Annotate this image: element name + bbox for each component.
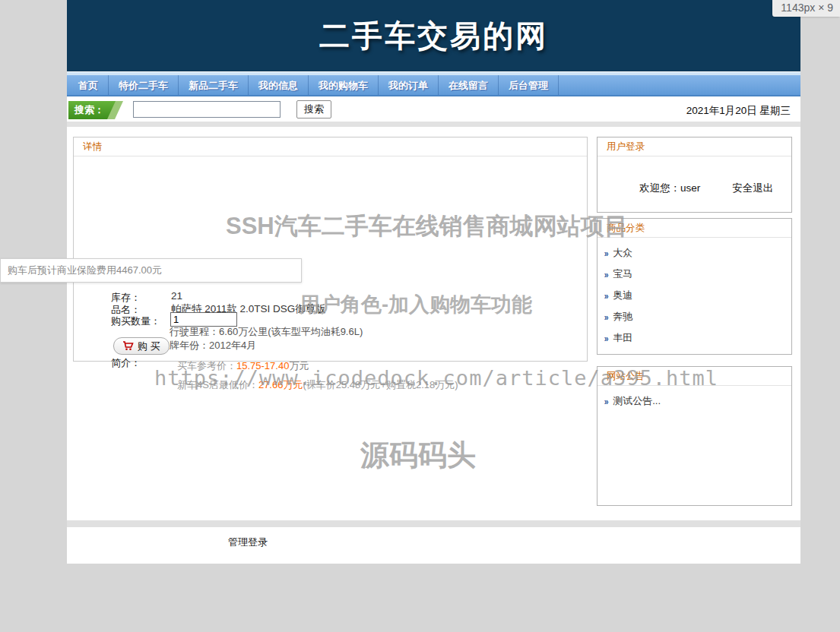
clipped-category-stub — [613, 354, 625, 355]
search-button[interactable]: 搜索 — [296, 100, 331, 118]
nav-item-new-used-cars[interactable]: 新品二手车 — [179, 75, 249, 95]
category-label: 丰田 — [613, 331, 632, 345]
nav-item-home[interactable]: 首页 — [68, 75, 109, 95]
category-label: 奥迪 — [613, 289, 632, 302]
user-login-title: 用户登录 — [598, 137, 791, 156]
main-content: 详情 品名： 帕萨特 2011款 2.0TSI DSG御尊版 行驶里程：6.60… — [67, 127, 800, 520]
reference-price-label: 买车参考价： — [177, 360, 236, 371]
search-bar: 搜索： 搜索 2021年1月20日 星期三 — [67, 99, 800, 122]
category-item-volkswagen[interactable]: »大众 — [598, 242, 791, 264]
arrow-bullet-icon: » — [604, 397, 609, 406]
current-date: 2021年1月20日 星期三 — [686, 104, 791, 118]
welcome-label: 欢迎您： — [639, 182, 680, 194]
username: user — [680, 182, 700, 194]
mileage-line: 行驶里程：6.60万公里(该车型平均油耗9.6L) — [170, 325, 363, 339]
viewport-size-badge: 1143px × 9 — [772, 0, 840, 17]
reference-price-line: 买车参考价：15.75-17.40万元 — [177, 359, 309, 373]
admin-login-link[interactable]: 管理登录 — [228, 536, 268, 548]
year-line: 牌年份：2012年4月 — [170, 339, 256, 352]
notice-item[interactable]: »测试公告... — [598, 390, 791, 412]
nav-item-my-orders[interactable]: 我的订单 — [379, 75, 439, 95]
site-title: 二手车交易的网 — [319, 15, 548, 57]
arrow-bullet-icon: » — [604, 270, 609, 280]
category-item-audi[interactable]: »奥迪 — [598, 285, 791, 306]
cart-icon — [122, 341, 134, 351]
footer-band — [67, 520, 800, 527]
insurance-tooltip: 购车后预计商业保险费用4467.00元 — [0, 258, 302, 283]
buy-button-label: 购 买 — [138, 340, 160, 353]
nav-item-messages[interactable]: 在线留言 — [439, 75, 499, 95]
category-label: 宝马 — [613, 267, 632, 281]
categories-panel: 商品分类 »大众 »宝马 »奥迪 »奔驰 »丰田 » — [597, 218, 792, 355]
nav-item-my-cart[interactable]: 我的购物车 — [309, 75, 379, 95]
new-car-price-note: (裸车价25.48万元+购置税2.18万元) — [303, 379, 458, 390]
sidebar: 用户登录 欢迎您：user安全退出 商品分类 »大众 »宝马 »奥迪 »奔驰 »… — [597, 137, 792, 506]
notices-title: 网站公告 — [598, 367, 791, 386]
divider-band — [67, 122, 800, 127]
nav-item-special-used-cars[interactable]: 特价二手车 — [109, 75, 179, 95]
nav-item-admin[interactable]: 后台管理 — [499, 75, 559, 95]
detail-panel: 详情 品名： 帕萨特 2011款 2.0TSI DSG御尊版 行驶里程：6.60… — [73, 137, 588, 362]
footer: 管理登录 — [67, 527, 800, 564]
category-item-partial[interactable]: » — [598, 349, 791, 355]
reference-price-unit: 万元 — [289, 360, 309, 371]
site-header: 二手车交易的网 — [67, 0, 800, 71]
search-input[interactable] — [133, 101, 281, 118]
category-item-bmw[interactable]: »宝马 — [598, 264, 791, 285]
quantity-input[interactable] — [170, 312, 237, 327]
arrow-bullet-icon: » — [604, 355, 609, 356]
stock-label: 库存： — [111, 291, 141, 305]
logout-link[interactable]: 安全退出 — [732, 182, 773, 194]
arrow-bullet-icon: » — [604, 291, 609, 301]
category-label: 大众 — [613, 246, 632, 260]
main-nav: 首页 特价二手车 新品二手车 我的信息 我的购物车 我的订单 在线留言 后台管理 — [67, 75, 800, 96]
user-login-panel: 用户登录 欢迎您：user安全退出 — [597, 137, 792, 213]
category-item-toyota[interactable]: »丰田 — [598, 327, 791, 349]
nav-item-my-info[interactable]: 我的信息 — [249, 75, 309, 95]
notices-list: »测试公告... — [598, 386, 791, 412]
new-car-price-value: 27.66万元 — [258, 379, 303, 390]
notices-panel: 网站公告 »测试公告... — [597, 366, 792, 506]
category-label: 奔驰 — [613, 310, 632, 324]
new-car-price-label: 新车4S店最低价： — [177, 379, 258, 390]
categories-title: 商品分类 — [598, 219, 791, 238]
arrow-bullet-icon: » — [604, 333, 609, 343]
notice-label: 测试公告... — [613, 394, 661, 408]
buy-button[interactable]: 购 买 — [113, 337, 170, 355]
arrow-bullet-icon: » — [604, 248, 609, 258]
categories-list: »大众 »宝马 »奥迪 »奔驰 »丰田 » — [598, 238, 791, 355]
reference-price-value: 15.75-17.40 — [236, 360, 289, 371]
arrow-bullet-icon: » — [604, 312, 609, 322]
new-car-price-line: 新车4S店最低价：27.66万元(裸车价25.48万元+购置税2.18万元) — [177, 378, 458, 392]
login-status: 欢迎您：user安全退出 — [598, 156, 791, 195]
stock-value: 21 — [171, 290, 182, 302]
detail-panel-title: 详情 — [74, 137, 587, 156]
intro-label: 简介： — [111, 356, 141, 370]
quantity-label: 购买数量： — [111, 314, 160, 328]
category-item-benz[interactable]: »奔驰 — [598, 306, 791, 327]
